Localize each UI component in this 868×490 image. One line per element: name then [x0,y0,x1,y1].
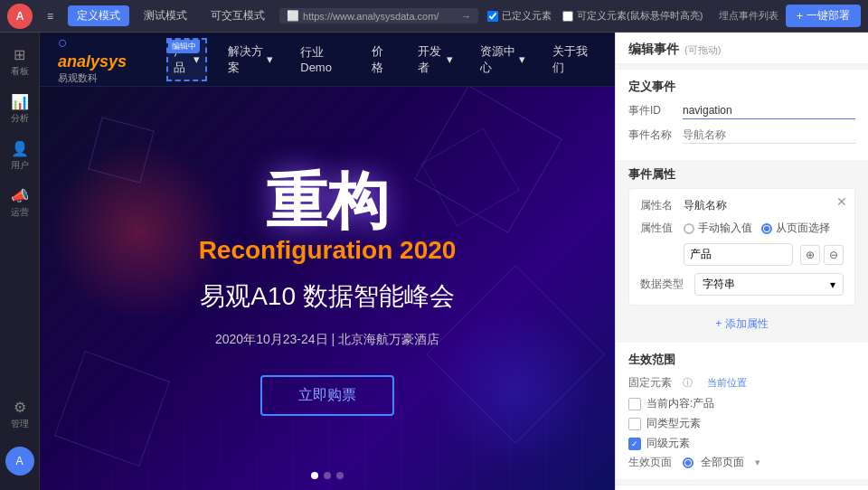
nav-item-resources[interactable]: 资源中心 ▾ [474,39,532,80]
attr-name-label: 属性名 [640,198,676,213]
sidebar-item-kanban[interactable]: ⊞ 看板 [4,40,36,83]
sidebar-item-users[interactable]: 👤 用户 [4,134,36,177]
attr-page-selector[interactable]: 产品 [684,243,793,266]
attr-delete-button[interactable]: ⊖ [824,245,844,265]
scope-checkbox-same-type-box [628,418,641,430]
data-type-value: 字符串 [703,277,735,292]
scope-fixed-label: 固定元素 [628,375,675,391]
admin-icon: ⚙ [14,399,26,416]
sidebar-label-ops: 运营 [11,206,29,219]
manual-input-radio-circle [684,223,694,234]
interact-mode-button[interactable]: 可交互模式 [202,5,274,26]
scope-page-label: 生效页面 [628,455,675,470]
deploy-icon: + [797,10,803,23]
nav-item-solutions[interactable]: 解决方案 ▾ [222,39,279,80]
main-layout: ⊞ 看板 📊 分析 👤 用户 📣 运营 ⚙ 管理 A ○ ana [0,33,868,490]
page-select-radio-circle [761,223,772,234]
hero-cta-button[interactable]: 立即购票 [260,375,394,416]
attr-name-row: 属性名 导航名称 [640,198,844,213]
all-pages-label: 全部页面 [701,455,744,470]
attr-copy-button[interactable]: ⊕ [800,245,820,265]
manual-input-radio[interactable]: 手动输入值 [684,221,752,236]
add-attr-label: + 添加属性 [715,316,768,332]
deploy-button[interactable]: + 一键部署 [786,5,861,27]
scope-checkbox-content[interactable]: 当前内容:产品 [628,396,855,411]
site-hero: 重构 Reconfiguration 2020 易观A10 数据智能峰会 202… [40,87,615,490]
user-avatar[interactable]: A [5,447,34,476]
url-bar[interactable]: ⬜ https://www.analysysdata.com/ → [279,8,478,24]
toolbar: A ≡ 定义模式 测试模式 可交互模式 ⬜ https://www.analys… [0,0,868,33]
scope-checkbox-sibling-label: 同级元素 [646,436,690,451]
nav-item-about[interactable]: 关于我们 [546,39,597,80]
scope-page-row: 生效页面 全部页面 ▾ [628,455,855,470]
url-arrow-icon: → [461,11,471,22]
dot-2[interactable] [324,472,331,479]
scope-checkbox-group: 当前内容:产品 同类型元素 ✓ 同级元素 [628,396,855,451]
hero-title-cn: 重构 [266,161,389,243]
event-name-input[interactable] [683,127,855,144]
toolbar-right: 埋点事件列表 + 一键部署 [719,5,861,27]
nav-item-product[interactable]: 编辑中 产品 ▾ [166,38,207,81]
website-preview: ○ analysys 易观数科 编辑中 产品 ▾ 解决方案 ▾ 行业Demo [40,33,615,490]
attr-name-value: 导航名称 [684,198,727,213]
rp-draggable-hint: (可拖动) [684,43,721,57]
scope-checkbox-same-type-label: 同类型元素 [646,416,701,431]
sidebar-item-operations[interactable]: 📣 运营 [4,181,36,224]
hero-subtitle: 易观A10 数据智能峰会 [200,279,455,314]
scope-checkbox-same-type[interactable]: 同类型元素 [628,416,855,431]
add-attr-button[interactable]: + 添加属性 [616,311,868,337]
menu-button[interactable]: ≡ [38,7,62,25]
analysis-icon: 📊 [11,93,29,110]
data-type-select[interactable]: 字符串 ▾ [694,273,844,296]
dot-3[interactable] [336,472,344,479]
scope-fixed-info: ⓘ [683,376,693,390]
sidebar-label-analysis: 分析 [11,112,29,125]
dot-1[interactable] [311,472,318,479]
checkbox-group: 已定义元素 可定义元素(鼠标悬停时高亮) [487,9,703,23]
attr-card: ✕ 属性名 导航名称 属性值 手动输入值 从页面选择 [628,188,855,306]
data-type-row: 数据类型 字符串 ▾ [640,273,844,296]
scope-checkbox-sibling-box: ✓ [628,438,641,450]
sidebar: ⊞ 看板 📊 分析 👤 用户 📣 运营 ⚙ 管理 A [0,33,40,490]
event-id-label: 事件ID [628,103,675,118]
kanban-icon: ⊞ [14,46,25,63]
event-name-label: 事件名称 [628,127,675,143]
event-name-field: 事件名称 [628,127,855,144]
all-pages-radio-circle [683,457,693,468]
scope-checkbox-content-box [628,398,641,410]
page-select-radio[interactable]: 从页面选择 [761,221,830,236]
attr-value-radio-group: 手动输入值 从页面选择 [684,221,830,236]
edit-badge: 编辑中 [168,40,200,53]
test-mode-button[interactable]: 测试模式 [135,5,196,26]
nav-item-dev[interactable]: 开发者 ▾ [411,39,459,80]
event-id-field: 事件ID [628,102,855,119]
event-list-button[interactable]: 埋点事件列表 [719,9,778,23]
sidebar-label-admin: 管理 [11,418,29,430]
attr-card-close-button[interactable]: ✕ [836,194,847,209]
rp-title: 编辑事件 [628,42,679,58]
attr-page-value: 产品 [690,247,712,262]
nav-item-price[interactable]: 价格 [365,39,397,80]
sidebar-item-admin[interactable]: ⚙ 管理 [4,392,36,436]
app-logo[interactable]: A [7,4,33,29]
event-id-input[interactable] [683,102,855,119]
scope-section: 生效范围 固定元素 ⓘ 当前位置 当前内容:产品 同类型元素 ✓ 同级元素 [616,343,868,479]
event-attrs-header: 事件属性 [616,160,868,183]
sidebar-label-kanban: 看板 [11,65,29,78]
hero-date: 2020年10月23-24日 | 北京海航万豪酒店 [215,332,439,348]
scope-checkbox-sibling[interactable]: ✓ 同级元素 [628,436,855,451]
page-select-label: 从页面选择 [776,221,830,236]
defined-elements-checkbox[interactable]: 已定义元素 [487,9,552,23]
right-panel: 编辑事件 (可拖动) 定义事件 事件ID 事件名称 事件属性 ✕ 属性名 [615,33,868,490]
sidebar-label-users: 用户 [11,159,29,172]
scope-fixed-row: 固定元素 ⓘ 当前位置 [628,375,855,391]
attr-value-row: 属性值 手动输入值 从页面选择 [640,221,844,236]
definable-elements-checkbox[interactable]: 可定义元素(鼠标悬停时高亮) [562,9,703,23]
attr-page-row: 产品 ⊕ ⊖ [640,243,844,266]
sidebar-item-analysis[interactable]: 📊 分析 [4,87,36,130]
define-mode-button[interactable]: 定义模式 [68,5,129,26]
nav-item-demo[interactable]: 行业Demo [294,40,351,79]
scope-all-pages-radio[interactable]: 全部页面 [683,455,744,470]
scope-checkbox-content-label: 当前内容:产品 [646,396,714,411]
site-nav-items: 编辑中 产品 ▾ 解决方案 ▾ 行业Demo 价格 开发者 ▾ [166,38,597,81]
